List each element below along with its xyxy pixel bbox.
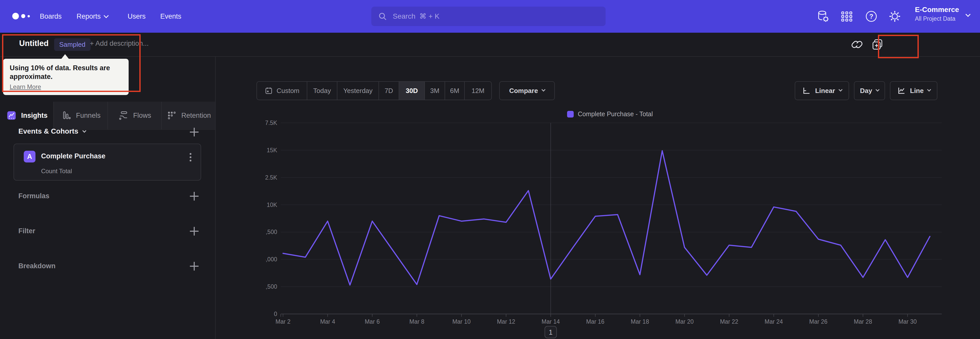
svg-text:Mar 10: Mar 10 — [452, 318, 471, 325]
nav-label: Reports — [76, 13, 101, 21]
range-label: 12M — [472, 87, 485, 95]
apps-grid-icon[interactable] — [840, 9, 854, 24]
chevron-down-icon — [966, 12, 970, 17]
range-30d[interactable]: 30D — [399, 82, 425, 100]
button-label: Compare — [509, 87, 538, 95]
add-to-board-icon[interactable] — [871, 38, 884, 51]
tab-label: Insights — [21, 112, 48, 120]
breakdown-section: Breakdown — [0, 259, 215, 274]
events-cohorts-header[interactable]: Events & Cohorts — [18, 127, 86, 135]
add-description[interactable]: + Add description... — [90, 40, 148, 48]
data-management-icon[interactable] — [816, 9, 830, 24]
chevron-down-icon — [83, 128, 86, 133]
svg-text:Mar 6: Mar 6 — [365, 318, 380, 325]
retention-icon — [166, 110, 177, 121]
compare-button[interactable]: Compare — [499, 81, 555, 100]
svg-text:Mar 8: Mar 8 — [409, 318, 425, 325]
chevron-down-icon — [542, 87, 546, 91]
query-sidebar: Insights Funnels Flows — [0, 57, 216, 339]
nav-label: Users — [127, 13, 146, 21]
range-yesterday[interactable]: Yesterday — [337, 82, 379, 100]
range-label: 7D — [385, 87, 393, 95]
svg-text:15K: 15K — [267, 147, 277, 154]
mixpanel-logo-icon[interactable] — [12, 13, 30, 19]
section-label: Breakdown — [18, 262, 56, 270]
insights-icon — [6, 110, 17, 121]
nav-item-events[interactable]: Events — [160, 0, 181, 33]
svg-text:Mar 16: Mar 16 — [586, 318, 605, 325]
add-event-button[interactable] — [190, 128, 199, 136]
svg-text:Mar 30: Mar 30 — [898, 318, 917, 325]
range-12m[interactable]: 12M — [464, 82, 491, 100]
event-metric[interactable]: Count Total — [41, 168, 72, 175]
chevron-down-icon — [927, 87, 931, 91]
calendar-icon — [264, 86, 273, 95]
range-3m[interactable]: 3M — [425, 82, 445, 100]
line-chart-icon — [897, 86, 906, 95]
help-icon[interactable]: ? — [864, 9, 878, 24]
project-name: E-Commerce — [915, 6, 959, 14]
range-label: Custom — [277, 87, 300, 95]
range-label: 3M — [430, 87, 439, 95]
line-chart[interactable]: 02,5005,0007,50010K12.5K15K17.5KMar 2Mar… — [266, 112, 955, 339]
add-breakdown-button[interactable] — [190, 262, 199, 270]
event-card[interactable]: A Complete Purchase Count Total — [14, 144, 201, 181]
tab-funnels[interactable]: Funnels — [54, 102, 108, 130]
share-link-icon[interactable] — [850, 38, 864, 51]
funnels-icon — [61, 110, 72, 121]
tab-label: Funnels — [76, 112, 100, 120]
tab-retention[interactable]: Retention — [162, 102, 215, 130]
nav-item-boards[interactable]: Boards — [40, 0, 62, 33]
svg-text:Mar 26: Mar 26 — [809, 318, 828, 325]
report-header-bar: Untitled Sampled + Add description... Sa… — [0, 33, 980, 57]
svg-text:Mar 28: Mar 28 — [854, 318, 872, 325]
section-label: Events & Cohorts — [18, 127, 78, 135]
range-6m[interactable]: 6M — [445, 82, 464, 100]
project-switcher[interactable]: E-Commerce All Project Data — [915, 6, 959, 22]
svg-text:Mar 20: Mar 20 — [675, 318, 694, 325]
range-custom[interactable]: Custom — [257, 82, 307, 100]
chevron-down-icon — [103, 13, 109, 18]
svg-text:Mar 14: Mar 14 — [542, 318, 560, 325]
chart-type-dropdown[interactable]: Line — [890, 81, 937, 100]
svg-text:12.5K: 12.5K — [266, 174, 277, 181]
tooltip-text: Using 10% of data. Results are approxima… — [10, 64, 122, 81]
svg-text:17.5K: 17.5K — [266, 120, 277, 126]
nav-item-reports[interactable]: Reports — [76, 0, 108, 33]
button-label: Line — [910, 87, 924, 95]
global-search[interactable] — [371, 6, 606, 26]
svg-text:Mar 2: Mar 2 — [275, 318, 291, 325]
svg-text:?: ? — [869, 13, 873, 20]
svg-text:10K: 10K — [267, 201, 277, 208]
range-today[interactable]: Today — [307, 82, 337, 100]
report-title[interactable]: Untitled — [19, 39, 48, 48]
range-label: 6M — [450, 87, 459, 95]
learn-more-link[interactable]: Learn More — [10, 83, 41, 90]
linear-axis-icon — [802, 86, 811, 95]
search-input[interactable] — [393, 12, 599, 21]
event-name[interactable]: Complete Purchase — [41, 152, 105, 160]
svg-text:5,000: 5,000 — [266, 256, 277, 262]
svg-text:7,500: 7,500 — [266, 229, 277, 235]
tab-flows[interactable]: Flows — [108, 102, 162, 130]
report-type-tabs: Insights Funnels Flows — [0, 102, 215, 130]
svg-text:0: 0 — [274, 311, 277, 317]
svg-text:2,500: 2,500 — [266, 283, 277, 290]
chart-panel: Custom Today Yesterday 7D 30D 3M 6M 12M … — [216, 57, 980, 339]
event-menu-icon[interactable] — [189, 156, 191, 158]
add-filter-button[interactable] — [190, 227, 199, 235]
nav-label: Boards — [40, 13, 62, 21]
top-nav: Boards Reports Users Events — [0, 0, 980, 33]
scale-dropdown[interactable]: Linear — [795, 81, 849, 100]
settings-gear-icon[interactable] — [888, 9, 902, 24]
nav-label: Events — [160, 13, 181, 21]
range-label: Today — [313, 87, 331, 95]
svg-text:Mar 4: Mar 4 — [320, 318, 335, 325]
tab-insights[interactable]: Insights — [0, 102, 54, 130]
nav-item-users[interactable]: Users — [127, 0, 146, 33]
sampled-badge[interactable]: Sampled — [54, 38, 91, 51]
interval-dropdown[interactable]: Day — [854, 81, 885, 100]
range-7d[interactable]: 7D — [379, 82, 399, 100]
sampling-tooltip: Using 10% of data. Results are approxima… — [3, 59, 129, 95]
add-formula-button[interactable] — [190, 192, 199, 200]
